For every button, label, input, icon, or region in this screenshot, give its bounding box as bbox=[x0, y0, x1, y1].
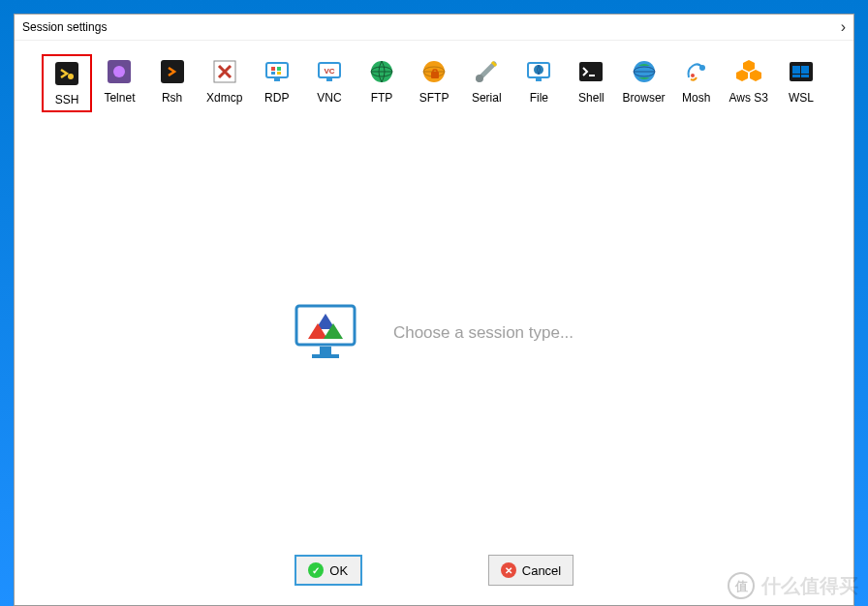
session-type-xdmcp[interactable]: Xdmcp bbox=[200, 54, 250, 112]
session-type-rsh[interactable]: Rsh bbox=[147, 54, 198, 112]
svg-rect-39 bbox=[801, 66, 809, 74]
ftp-icon bbox=[368, 58, 395, 85]
vnc-icon: VC bbox=[316, 58, 343, 85]
svg-rect-7 bbox=[271, 67, 275, 71]
session-label: Mosh bbox=[682, 91, 710, 105]
browser-icon bbox=[631, 58, 658, 85]
expand-icon[interactable]: › bbox=[841, 18, 846, 36]
session-type-shell[interactable]: Shell bbox=[566, 54, 616, 112]
svg-point-32 bbox=[699, 65, 705, 71]
aws-icon bbox=[735, 58, 762, 85]
session-label: Telnet bbox=[104, 91, 135, 105]
session-label: Aws S3 bbox=[729, 91, 768, 105]
session-type-row: SSHTelnetRshXdmcpRDPVCVNCFTPSFTPSerialFi… bbox=[15, 41, 853, 126]
dialog-title: Session settings bbox=[22, 20, 107, 34]
session-label: SFTP bbox=[419, 91, 450, 105]
file-icon bbox=[525, 58, 552, 85]
session-type-sftp[interactable]: SFTP bbox=[409, 54, 459, 112]
session-type-wsl[interactable]: WSL bbox=[776, 54, 826, 112]
session-label: Xdmcp bbox=[206, 91, 242, 105]
cancel-label: Cancel bbox=[522, 563, 561, 578]
svg-point-23 bbox=[476, 75, 483, 82]
serial-icon bbox=[473, 58, 500, 85]
svg-marker-35 bbox=[736, 70, 748, 81]
svg-rect-10 bbox=[277, 72, 281, 75]
wsl-icon bbox=[788, 58, 815, 85]
svg-point-33 bbox=[691, 74, 695, 77]
svg-rect-41 bbox=[801, 75, 809, 77]
svg-text:VC: VC bbox=[324, 67, 334, 76]
check-icon: ✓ bbox=[308, 562, 324, 578]
session-label: File bbox=[530, 91, 548, 105]
session-label: Shell bbox=[578, 91, 604, 105]
xdmcp-icon bbox=[211, 58, 238, 85]
session-type-rdp[interactable]: RDP bbox=[252, 54, 302, 112]
session-type-file[interactable]: File bbox=[513, 54, 564, 112]
session-label: Browser bbox=[623, 91, 666, 105]
center-area: Choose a session type... bbox=[15, 126, 853, 539]
session-type-vnc[interactable]: VCVNC bbox=[304, 54, 355, 112]
svg-rect-27 bbox=[579, 62, 603, 81]
svg-point-25 bbox=[534, 65, 543, 75]
svg-point-3 bbox=[113, 66, 125, 77]
session-label: RDP bbox=[264, 91, 289, 105]
session-label: Serial bbox=[472, 91, 502, 105]
sftp-icon bbox=[420, 58, 448, 85]
svg-rect-8 bbox=[277, 67, 281, 71]
title-bar: Session settings › bbox=[15, 15, 853, 41]
svg-rect-9 bbox=[271, 72, 275, 75]
svg-rect-11 bbox=[274, 77, 280, 81]
cancel-button[interactable]: ✕ Cancel bbox=[488, 555, 574, 586]
rsh-icon bbox=[159, 58, 186, 85]
svg-rect-40 bbox=[792, 75, 800, 77]
session-type-ftp[interactable]: FTP bbox=[356, 54, 407, 112]
svg-rect-47 bbox=[312, 354, 339, 358]
session-label: VNC bbox=[317, 91, 341, 105]
cross-icon: ✕ bbox=[501, 562, 516, 578]
mosh-icon bbox=[683, 58, 710, 85]
svg-marker-36 bbox=[750, 70, 761, 81]
prompt-text: Choose a session type... bbox=[393, 323, 574, 343]
session-type-telnet[interactable]: Telnet bbox=[94, 54, 144, 112]
session-type-serial[interactable]: Serial bbox=[461, 54, 512, 112]
session-label: WSL bbox=[789, 91, 814, 105]
button-bar: ✓ OK ✕ Cancel bbox=[15, 539, 853, 605]
session-type-mosh[interactable]: Mosh bbox=[671, 54, 722, 112]
shell-icon bbox=[577, 58, 604, 85]
svg-rect-14 bbox=[326, 77, 332, 81]
svg-marker-34 bbox=[743, 60, 755, 72]
ok-label: OK bbox=[329, 563, 348, 578]
rdp-icon bbox=[264, 58, 291, 85]
svg-rect-46 bbox=[320, 347, 331, 354]
session-type-aws[interactable]: Aws S3 bbox=[724, 54, 774, 112]
svg-point-1 bbox=[68, 74, 74, 79]
session-type-ssh[interactable]: SSH bbox=[42, 54, 92, 112]
telnet-icon bbox=[106, 58, 133, 85]
session-label: SSH bbox=[55, 93, 79, 106]
svg-rect-38 bbox=[792, 66, 800, 74]
monitor-icon bbox=[294, 304, 356, 362]
session-type-browser[interactable]: Browser bbox=[619, 54, 669, 112]
svg-rect-26 bbox=[536, 77, 542, 81]
ok-button[interactable]: ✓ OK bbox=[294, 555, 362, 586]
session-label: Rsh bbox=[162, 91, 182, 105]
session-label: FTP bbox=[371, 91, 393, 105]
ssh-icon bbox=[53, 60, 80, 87]
session-settings-dialog: Session settings › SSHTelnetRshXdmcpRDPV… bbox=[14, 14, 854, 606]
